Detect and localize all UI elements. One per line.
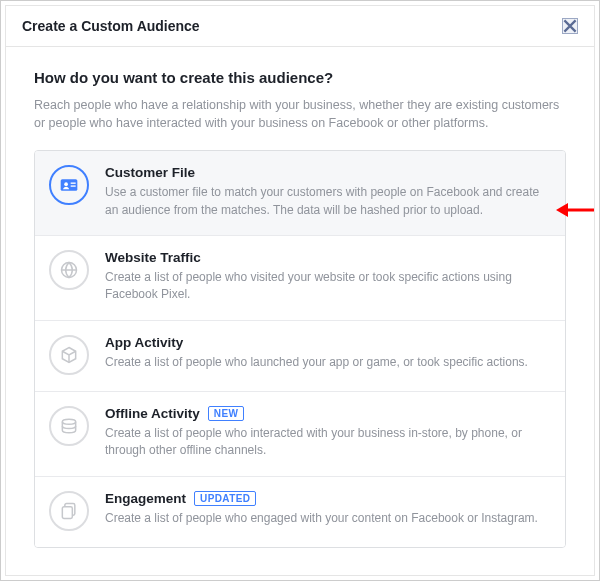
option-description: Use a customer file to match your custom… — [105, 184, 549, 219]
svg-rect-2 — [71, 183, 76, 184]
option-body: Offline Activity NEW Create a list of pe… — [105, 406, 549, 460]
question-heading: How do you want to create this audience? — [34, 69, 566, 86]
copy-icon — [49, 491, 89, 531]
option-description: Create a list of people who visited your… — [105, 269, 549, 304]
close-button[interactable] — [562, 18, 578, 34]
close-icon — [563, 19, 577, 33]
cube-icon — [49, 335, 89, 375]
option-title: Engagement — [105, 491, 186, 506]
option-description: Create a list of people who engaged with… — [105, 510, 549, 527]
svg-point-1 — [64, 183, 68, 187]
modal-title: Create a Custom Audience — [22, 18, 200, 34]
globe-icon — [49, 250, 89, 290]
svg-rect-7 — [62, 506, 72, 518]
option-body: App Activity Create a list of people who… — [105, 335, 549, 371]
badge-new: NEW — [208, 406, 245, 421]
modal-description: Reach people who have a relationship wit… — [34, 96, 566, 132]
option-website-traffic[interactable]: Website Traffic Create a list of people … — [35, 236, 565, 321]
option-title: Website Traffic — [105, 250, 201, 265]
modal-content: How do you want to create this audience?… — [6, 47, 594, 548]
option-description: Create a list of people who interacted w… — [105, 425, 549, 460]
svg-point-5 — [62, 419, 75, 424]
option-title: Customer File — [105, 165, 195, 180]
custom-audience-modal: Create a Custom Audience How do you want… — [5, 5, 595, 576]
modal-title-bar: Create a Custom Audience — [6, 6, 594, 47]
option-app-activity[interactable]: App Activity Create a list of people who… — [35, 321, 565, 392]
id-card-icon — [49, 165, 89, 205]
svg-rect-3 — [71, 186, 76, 187]
option-description: Create a list of people who launched you… — [105, 354, 549, 371]
badge-updated: UPDATED — [194, 491, 256, 506]
option-title: App Activity — [105, 335, 183, 350]
option-offline-activity[interactable]: Offline Activity NEW Create a list of pe… — [35, 392, 565, 477]
options-list: Customer File Use a customer file to mat… — [34, 150, 566, 547]
option-engagement[interactable]: Engagement UPDATED Create a list of peop… — [35, 477, 565, 547]
option-title: Offline Activity — [105, 406, 200, 421]
option-body: Customer File Use a customer file to mat… — [105, 165, 549, 219]
option-customer-file[interactable]: Customer File Use a customer file to mat… — [35, 151, 565, 236]
stack-icon — [49, 406, 89, 446]
option-body: Engagement UPDATED Create a list of peop… — [105, 491, 549, 527]
option-body: Website Traffic Create a list of people … — [105, 250, 549, 304]
